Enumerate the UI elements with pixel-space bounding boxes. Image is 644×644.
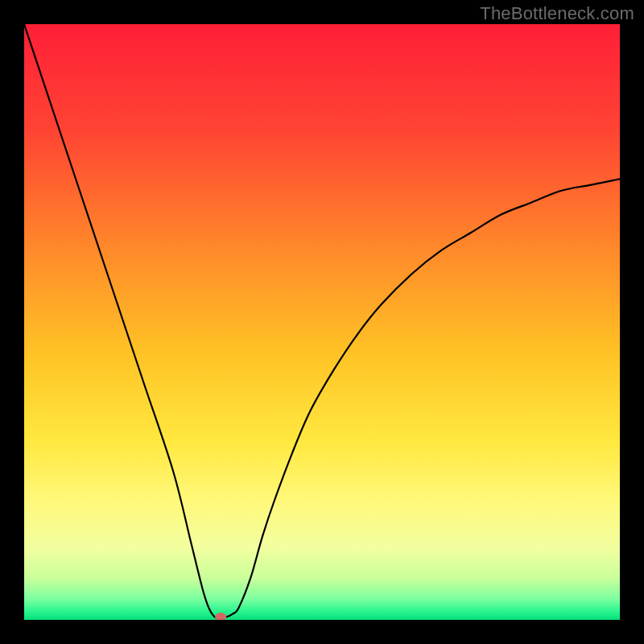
watermark-text: TheBottleneck.com [480, 3, 634, 24]
bottleneck-chart [24, 24, 620, 620]
plot-background [24, 24, 620, 620]
chart-frame [24, 24, 620, 620]
